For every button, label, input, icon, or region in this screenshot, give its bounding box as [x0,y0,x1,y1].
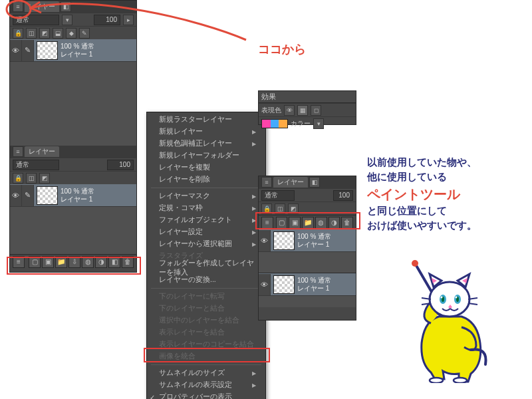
tab-extra-icon[interactable]: ◧ [61,1,71,12]
menu-item[interactable]: ファイルオブジェクト▶ [147,214,265,226]
edit-toggle[interactable]: ✎ [22,185,34,206]
color-swatch[interactable] [261,119,288,128]
menu-item[interactable]: ✓プロパティバーの表示 [147,391,265,399]
menu-separator [151,188,261,188]
cmd-mask-icon[interactable]: ◑ [329,217,340,229]
tab-layers-label: レイヤー [29,3,55,10]
svg-point-2 [412,260,418,267]
annotation-line5: おけば使いやすいです。 [367,218,477,233]
blend-mode-value-2: 通常 [16,160,29,170]
menu-item[interactable]: サムネイルのサイズ▶ [147,367,265,379]
submenu-arrow-icon: ▶ [252,229,256,235]
tab-extra-icon[interactable]: ◧ [309,177,320,188]
menu-item[interactable]: レイヤーを複製 [147,162,265,174]
menu-item[interactable]: 新規色調補正レイヤー▶ [147,138,265,150]
tab-layers[interactable]: レイヤー [25,1,59,12]
menu-item[interactable]: 定規・コマ枠▶ [147,202,265,214]
layer-opacity-label: 100 % 通常 [61,188,94,196]
menu-item[interactable]: レイヤー設定▶ [147,226,265,238]
menu-item[interactable]: フォルダーを作成してレイヤーを挿入 [147,262,265,274]
lock-pixel-icon[interactable]: ◫ [26,173,37,184]
grid-icon[interactable]: ▦ [297,105,308,116]
layer-context-menu: 新規ラスターレイヤー新規レイヤー▶新規色調補正レイヤー▶新規レイヤーフォルダーレ… [146,112,266,399]
draft-icon[interactable]: ✎ [79,28,90,39]
lock-icon[interactable]: 🔒 [13,28,23,39]
layer-item[interactable]: 👁 100 % 通常 レイヤー 1 [259,229,356,252]
cmd-new-layer-icon[interactable]: ▣ [42,256,54,268]
menu-item-label: 選択中のレイヤーを結合 [159,316,239,325]
lock-alpha-icon[interactable]: ◩ [39,173,50,184]
clip-icon[interactable]: ⬓ [53,28,63,39]
svg-point-10 [456,297,458,299]
annotation-line4: と同じ位置にして [367,203,447,218]
layer-item[interactable]: 👁 ✎ 100 % 通常 レイヤー 1 [10,39,136,62]
lock-alpha-icon[interactable]: ◩ [288,203,299,214]
visibility-toggle[interactable]: 👁 [259,274,271,295]
svg-point-9 [441,297,443,299]
svg-point-4 [430,282,469,317]
menu-item[interactable]: 新規ラスターレイヤー [147,114,265,126]
cmd-new-folder-icon[interactable]: 📁 [55,256,67,268]
menu-item[interactable]: レイヤーマスク▶ [147,190,265,202]
square-icon[interactable]: ◻ [311,105,321,116]
tab-layers-label-2: レイヤー [29,148,55,155]
cmd-check-icon[interactable]: ≡ [13,256,25,268]
cmd-new-folder-icon[interactable]: 📁 [302,217,314,229]
visibility-toggle[interactable]: 👁 [259,230,271,251]
cmd-delete-icon[interactable]: 🗑 [341,217,353,229]
lock-icon[interactable]: 🔒 [261,203,272,214]
edit-toggle[interactable]: ✎ [22,40,34,61]
tab-layers-2[interactable]: レイヤー [25,146,59,157]
lock-row-2: 🔒 ◫ ◩ [10,171,136,184]
opacity-input[interactable]: 100 [333,190,353,201]
opacity-stepper-icon[interactable]: ▸ [123,15,134,25]
menu-item: 下のレイヤーと結合 [147,303,265,315]
blend-mode-select-2[interactable]: 通常 [13,160,59,170]
expr-color-label: 表現色 [261,106,281,115]
lock-pixel-icon[interactable]: ◫ [26,28,37,39]
panel-menu-icon[interactable]: ≡ [261,177,272,188]
visibility-toggle[interactable]: 👁 [10,185,22,206]
menu-item: 表示レイヤーのコピーを結合 [147,338,265,350]
chevron-down-icon[interactable]: ▾ [62,15,72,25]
ref-icon[interactable]: ◆ [66,28,76,39]
panel-menu-icon[interactable]: ≡ [13,146,23,157]
panel-tabs: ≡ レイヤー ◧ [259,176,356,188]
opacity-input-2[interactable]: 100 [107,160,134,170]
cmd-merge-icon[interactable]: ◍ [82,256,94,268]
blend-mode-select[interactable]: 通常 [13,15,59,25]
menu-item[interactable]: レイヤーから選択範囲▶ [147,238,265,250]
layer-palette-right: ≡ レイヤー ◧ 通常 100 🔒 ◫ ◩ ≡ ▢ ▣ 📁 ◍ ◑ 🗑 👁 10… [258,176,356,321]
menu-item[interactable]: レイヤーを削除 [147,174,265,186]
cmd-merge-icon[interactable]: ◍ [315,217,327,229]
panel-menu-icon[interactable]: ≡ [13,1,23,12]
opacity-input[interactable]: 100 [94,15,120,25]
lock-icon[interactable]: 🔒 [13,173,23,184]
command-bar-bottom: ≡ ▢ ▣ 📁 ⇩ ◍ ◑ ◧ 🗑 [10,254,136,269]
menu-item: 下のレイヤーに転写 [147,291,265,303]
eye-icon[interactable]: 👁 [284,105,295,116]
menu-item-label: 画像を統合 [159,352,196,361]
cmd-delete-icon[interactable]: 🗑 [122,256,134,268]
menu-item[interactable]: サムネイルの表示設定▶ [147,379,265,391]
chevron-down-icon[interactable]: ▾ [313,118,324,129]
blend-mode-select[interactable]: 通常 [261,190,295,201]
layer-item[interactable]: 👁 ✎ 100 % 通常 レイヤー 1 [10,184,136,207]
cmd-transfer-icon[interactable]: ⇩ [68,256,80,268]
cmd-check-icon[interactable]: ≡ [261,217,273,229]
cmd-new-raster-icon[interactable]: ▢ [276,217,288,229]
lock-pixel-icon[interactable]: ◫ [275,203,285,214]
lock-alpha-icon[interactable]: ◩ [39,28,50,39]
menu-item[interactable]: レイヤーの変換... [147,274,265,286]
menu-item[interactable]: 新規レイヤーフォルダー [147,150,265,162]
tab-layers[interactable]: レイヤー [273,177,308,188]
menu-item-label: ファイルオブジェクト [159,215,232,225]
layer-item[interactable]: 👁 100 % 通常 レイヤー 1 [259,273,356,296]
cmd-ruler-icon[interactable]: ◧ [108,256,120,268]
visibility-toggle[interactable]: 👁 [10,40,22,61]
opacity-value-2: 100 [119,161,130,168]
cmd-new-layer-icon[interactable]: ▣ [289,217,301,229]
menu-item[interactable]: 新規レイヤー▶ [147,126,265,138]
cmd-new-raster-icon[interactable]: ▢ [29,256,41,268]
cmd-mask-icon[interactable]: ◑ [95,256,107,268]
